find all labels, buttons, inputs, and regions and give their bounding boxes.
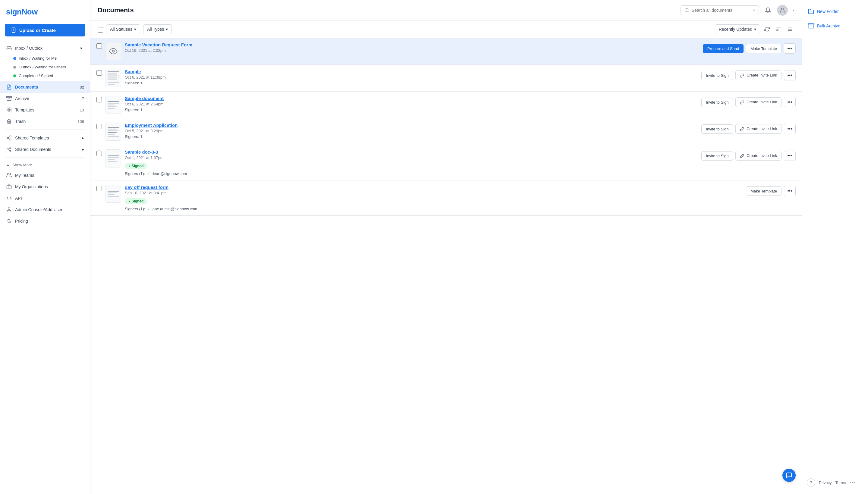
table-row: Sample Vacation Request Form Oct 19, 202… [90,38,802,65]
create-invite-link-button-5[interactable]: Create Invite Link [735,151,781,160]
sidebar-item-outbox-waiting[interactable]: Outbox / Waiting for Others [0,63,90,71]
more-links-icon[interactable]: ••• [850,479,855,486]
invite-sign-button-3[interactable]: Invite to Sign [701,98,733,107]
inbox-chevron-icon: ▾ [78,45,84,51]
svg-point-26 [685,8,688,12]
sidebar-item-pricing[interactable]: Pricing [0,215,90,227]
upload-icon [11,27,16,33]
doc-title-5[interactable]: Sample doc-3-3 [125,149,698,154]
search-input[interactable] [692,8,751,13]
make-template-button-1[interactable]: Make Template [746,44,781,53]
divider-1 [5,130,85,130]
api-icon [6,195,12,201]
svg-rect-11 [10,110,11,112]
invite-sign-button-4[interactable]: Invite to Sign [701,125,733,134]
svg-rect-10 [7,110,9,112]
select-all-checkbox[interactable] [98,27,103,33]
sidebar-item-trash[interactable]: Trash 109 [0,116,90,127]
sidebar-item-my-organizations[interactable]: My Organizations [0,181,90,192]
bulk-archive-button[interactable]: Bulk Archive [807,20,863,31]
prepare-send-button[interactable]: Prepare and Send [703,44,744,53]
doc-checkbox-3[interactable] [96,97,102,102]
refresh-button[interactable] [762,25,772,34]
view-button[interactable] [786,25,794,34]
dot-gray-icon [13,66,16,69]
link-icon [740,127,744,131]
notifications-button[interactable] [764,6,772,15]
bulk-archive-icon [808,23,814,29]
doc-info-4: Employment Application Oct 5, 2021 at 9:… [125,122,698,139]
sidebar-item-documents[interactable]: Documents 32 [0,81,90,93]
sidebar-item-templates[interactable]: Templates 13 [0,104,90,116]
doc-title-2[interactable]: Sample [125,69,698,74]
all-statuses-filter[interactable]: All Statuses ▾ [106,24,140,34]
doc-checkbox-2[interactable] [96,70,102,76]
more-options-button-6[interactable]: ••• [784,186,796,196]
documents-count: 32 [80,85,84,90]
doc-thumb-1 [106,42,121,60]
doc-title-4[interactable]: Employment Application [125,122,698,128]
avatar[interactable] [777,5,788,16]
doc-date-2: Oct 6, 2021 at 11:38pm [125,75,698,79]
sidebar-item-shared-templates[interactable]: Shared Templates ▸ [0,132,90,144]
sidebar-item-archive[interactable]: Archive 7 [0,93,90,104]
doc-info-2: Sample Oct 6, 2021 at 11:38pm Signers: 1 [125,69,698,85]
more-options-button-4[interactable]: ••• [784,124,796,134]
document-list: Sample Vacation Request Form Oct 19, 202… [90,38,802,494]
more-options-button-3[interactable]: ••• [784,97,796,107]
sidebar-item-shared-documents[interactable]: Shared Documents ▸ [0,144,90,155]
sort-icon [776,26,781,32]
chat-fab-button[interactable] [782,469,796,482]
search-box[interactable]: ▾ [681,5,759,15]
logo-container: signNow [0,0,90,21]
doc-title-1[interactable]: Sample Vacation Request Form [125,42,699,47]
privacy-link[interactable]: Privacy [819,480,832,485]
sidebar-item-api[interactable]: API [0,192,90,204]
doc-info-1: Sample Vacation Request Form Oct 19, 202… [125,42,699,54]
upload-create-button[interactable]: Upload or Create [5,24,85,36]
svg-line-21 [8,148,10,149]
help-button[interactable]: ? [807,478,815,487]
avatar-dropdown-icon[interactable]: ▾ [793,8,794,12]
archive-count: 7 [82,96,84,101]
svg-point-24 [8,208,10,209]
sort-button[interactable] [774,25,783,34]
doc-checkbox-5[interactable] [96,151,102,156]
doc-checkbox-6[interactable] [96,186,102,191]
more-options-button-1[interactable]: ••• [784,43,796,54]
all-types-filter[interactable]: All Types ▾ [143,24,172,34]
recently-updated-filter[interactable]: Recently Updated ▾ [715,24,760,34]
link-icon [740,154,744,158]
svg-rect-23 [7,186,12,189]
documents-icon [6,84,12,90]
create-invite-link-button-4[interactable]: Create Invite Link [735,124,781,134]
doc-title-6[interactable]: day off request form [125,185,742,190]
create-invite-link-button-2[interactable]: Create Invite Link [735,71,781,80]
sidebar: signNow Upload or Create Inbox / Outbox … [0,0,90,494]
svg-point-35 [112,50,114,52]
doc-checkbox-1[interactable] [96,43,102,49]
shared-documents-icon [6,146,12,152]
search-dropdown-icon[interactable]: ▾ [753,8,755,12]
sidebar-item-inbox[interactable]: Inbox / Outbox ▾ [0,42,90,54]
invite-sign-button-2[interactable]: Invite to Sign [701,71,733,80]
sidebar-item-admin-console[interactable]: Admin Console/Add User [0,204,90,215]
sidebar-item-my-teams[interactable]: My Teams [0,170,90,181]
doc-title-3[interactable]: Sample document [125,96,698,101]
make-template-button-6[interactable]: Make Template [746,187,781,196]
signer-check-icon-2: ✓ [147,207,150,211]
signed-badge-5: ● Signed [125,163,147,169]
new-folder-button[interactable]: New Folder [807,6,863,17]
terms-link[interactable]: Terms [835,480,846,485]
svg-point-12 [10,136,11,137]
admin-icon [6,207,12,213]
more-options-button-5[interactable]: ••• [784,151,796,161]
show-more-button[interactable]: ▲ Show More [0,160,90,170]
sidebar-item-inbox-waiting[interactable]: Inbox / Waiting for Me [0,54,90,63]
create-invite-link-button-3[interactable]: Create Invite Link [735,97,781,107]
invite-sign-button-5[interactable]: Invite to Sign [701,151,733,160]
more-options-button-2[interactable]: ••• [784,70,796,80]
sidebar-item-completed[interactable]: Completed / Signed [0,71,90,80]
footer-links: ? Privacy Terms ••• [807,470,863,488]
doc-checkbox-4[interactable] [96,124,102,129]
